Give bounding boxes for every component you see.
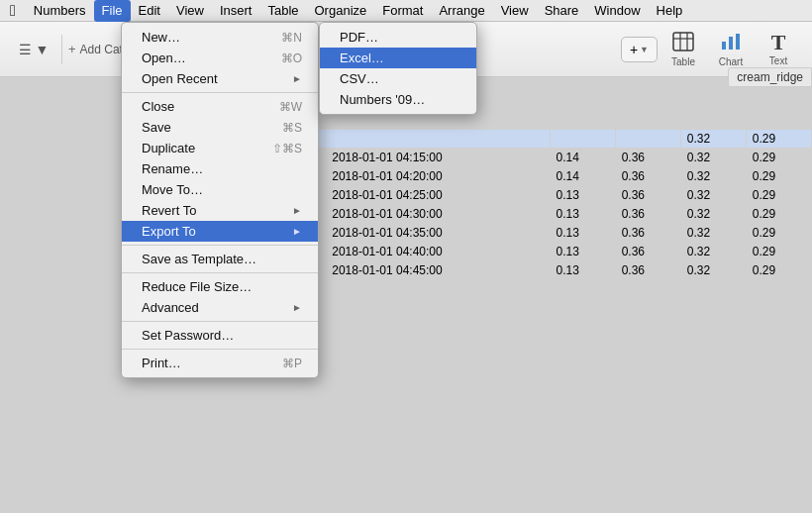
menu-rename[interactable]: Rename…: [122, 158, 318, 179]
svg-rect-4: [722, 42, 726, 50]
cell-v1: 0.14: [550, 167, 615, 186]
cell-v1: 0.14: [550, 149, 615, 167]
svg-rect-0: [673, 33, 693, 51]
view-menu2[interactable]: View: [493, 0, 537, 22]
table-menu[interactable]: Table: [259, 0, 306, 22]
cell-v3: 0.32: [680, 130, 746, 149]
menu-separator-2: [122, 245, 318, 246]
cell-v2: 0.36: [615, 149, 680, 167]
menu-save[interactable]: Save ⌘S: [122, 117, 318, 138]
cell-date: 2018-01-01 04:25:00: [326, 186, 550, 205]
menu-open-recent[interactable]: Open Recent ►: [122, 68, 318, 89]
cell-date: 2018-01-01 04:30:00: [326, 205, 550, 224]
cell-date: 2018-01-01 04:15:00: [326, 149, 550, 167]
text-icon: T: [771, 32, 786, 53]
cell-date: 2018-01-01 04:20:00: [326, 167, 550, 186]
menu-separator-4: [122, 321, 318, 322]
menu-open[interactable]: Open… ⌘O: [122, 48, 318, 68]
text-button[interactable]: T Text: [757, 28, 800, 70]
cell-date: [326, 130, 550, 149]
edit-menu[interactable]: Edit: [131, 0, 168, 22]
format-menu[interactable]: Format: [374, 0, 431, 22]
cell-v1: 0.13: [550, 205, 615, 224]
cell-v2: 0.36: [615, 167, 680, 186]
table-button[interactable]: Table: [661, 28, 705, 71]
menu-advanced[interactable]: Advanced ►: [122, 297, 318, 318]
apple-menu[interactable]: : [0, 0, 26, 22]
menu-new[interactable]: New… ⌘N: [122, 27, 318, 48]
cell-v4: 0.29: [746, 130, 811, 149]
view-menu[interactable]: View: [168, 0, 212, 22]
chevron-icon: ▼: [640, 45, 649, 54]
svg-rect-6: [736, 34, 740, 50]
export-excel[interactable]: Excel…: [320, 48, 476, 68]
cell-v2: 0.36: [615, 224, 680, 243]
cell-v2: 0.36: [615, 243, 680, 261]
chart-icon: [720, 32, 742, 54]
table-icon: [672, 32, 694, 54]
menu-export-to[interactable]: Export To ►: [122, 221, 318, 242]
cell-v3: 0.32: [680, 261, 746, 280]
cell-v4: 0.29: [746, 149, 811, 167]
cell-v3: 0.32: [680, 186, 746, 205]
cell-v2: 0.36: [615, 186, 680, 205]
cell-v3: 0.32: [680, 149, 746, 167]
menu-close[interactable]: Close ⌘W: [122, 96, 318, 117]
cell-date: 2018-01-01 04:35:00: [326, 224, 550, 243]
insert-menu[interactable]: Insert: [212, 0, 260, 22]
sheet-tab-label: cream_ridge: [728, 67, 812, 87]
cell-v1: 0.13: [550, 243, 615, 261]
cell-v3: 0.32: [680, 205, 746, 224]
menu-separator-1: [122, 92, 318, 93]
insert-button[interactable]: + ▼: [621, 37, 658, 62]
export-numbers09[interactable]: Numbers '09…: [320, 89, 476, 110]
menu-reduce-file-size[interactable]: Reduce File Size…: [122, 276, 318, 297]
menu-set-password[interactable]: Set Password…: [122, 325, 318, 346]
chart-button[interactable]: Chart: [709, 28, 753, 71]
cell-v3: 0.32: [680, 243, 746, 261]
menu-duplicate[interactable]: Duplicate ⇧⌘S: [122, 138, 318, 158]
menu-separator-5: [122, 349, 318, 350]
help-menu[interactable]: Help: [649, 0, 691, 22]
cell-v4: 0.29: [746, 261, 811, 280]
numbers-menu[interactable]: Numbers: [26, 0, 94, 22]
cell-v4: 0.29: [746, 205, 811, 224]
file-menu-item[interactable]: File: [94, 0, 131, 22]
menu-separator-3: [122, 272, 318, 273]
text-label: Text: [769, 55, 787, 66]
toolbar-right-group: + ▼ Table Chart: [621, 28, 800, 71]
plus-icon: +: [630, 42, 638, 57]
cell-v1: 0.13: [550, 261, 615, 280]
menu-bar:  Numbers File Edit View Insert Table Or…: [0, 0, 812, 22]
arrange-menu[interactable]: Arrange: [431, 0, 492, 22]
view-options-btn[interactable]: ☰ ▼: [12, 38, 55, 61]
table-label: Table: [671, 56, 695, 67]
cell-date: 2018-01-01 04:40:00: [326, 243, 550, 261]
cell-v2: 0.36: [615, 261, 680, 280]
cell-v1: 0.13: [550, 224, 615, 243]
export-pdf[interactable]: PDF…: [320, 27, 476, 48]
share-menu[interactable]: Share: [537, 0, 587, 22]
export-csv[interactable]: CSV…: [320, 68, 476, 89]
svg-rect-5: [729, 37, 733, 50]
chart-label: Chart: [719, 56, 743, 67]
menu-print[interactable]: Print… ⌘P: [122, 353, 318, 373]
cell-v4: 0.29: [746, 243, 811, 261]
cell-v1: [550, 130, 615, 149]
file-menu-dropdown: New… ⌘N Open… ⌘O Open Recent ► Close ⌘W …: [121, 22, 319, 378]
organize-menu[interactable]: Organize: [307, 0, 375, 22]
cell-v4: 0.29: [746, 186, 811, 205]
menu-revert-to[interactable]: Revert To ►: [122, 200, 318, 221]
menu-save-as-template[interactable]: Save as Template…: [122, 249, 318, 269]
cell-v4: 0.29: [746, 224, 811, 243]
window-menu[interactable]: Window: [586, 0, 648, 22]
export-submenu: PDF… Excel… CSV… Numbers '09…: [319, 22, 477, 115]
cell-v1: 0.13: [550, 186, 615, 205]
cell-v2: 0.36: [615, 205, 680, 224]
cell-v4: 0.29: [746, 167, 811, 186]
cell-v3: 0.32: [680, 224, 746, 243]
cell-v3: 0.32: [680, 167, 746, 186]
cell-v2: [615, 130, 680, 149]
cell-date: 2018-01-01 04:45:00: [326, 261, 550, 280]
menu-move-to[interactable]: Move To…: [122, 179, 318, 200]
